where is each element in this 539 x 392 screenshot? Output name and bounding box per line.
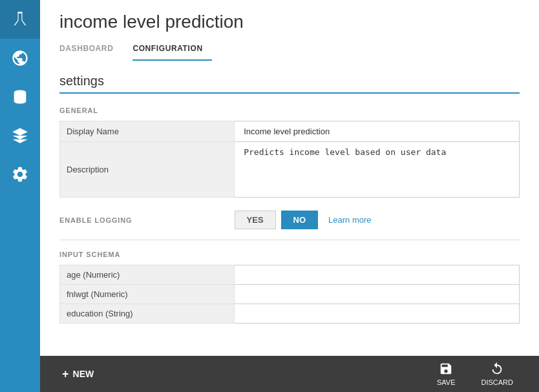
sidebar-item-flask[interactable] [0, 0, 40, 39]
main-content: income level prediction DASHBOARD CONFIG… [40, 0, 539, 392]
globe-icon [11, 49, 29, 67]
schema-field-education: education (String) [60, 304, 235, 324]
description-textarea[interactable]: Predicts income level based on user data [241, 146, 513, 191]
schema-field-fnlwgt: fnlwgt (Numeric) [60, 285, 235, 304]
table-row: fnlwgt (Numeric) [60, 285, 520, 304]
settings-content: settings GENERAL Display Name Descriptio… [40, 61, 539, 356]
display-name-value-cell [235, 121, 520, 142]
data-icon [11, 88, 29, 106]
description-value-cell: Predicts income level based on user data [235, 142, 520, 198]
table-row: age (Numeric) [60, 265, 520, 285]
discard-button[interactable]: DISCARD [468, 362, 526, 386]
schema-value-age [235, 265, 520, 285]
sidebar-item-data[interactable] [0, 77, 40, 116]
schema-input-age[interactable] [241, 269, 513, 281]
tab-dashboard[interactable]: DASHBOARD [59, 40, 122, 61]
plus-icon: + [62, 367, 69, 381]
schema-input-education[interactable] [241, 307, 513, 320]
logging-label: ENABLE LOGGING [59, 216, 235, 224]
flask-icon [11, 10, 29, 28]
sidebar [0, 0, 40, 392]
svg-rect-0 [18, 12, 23, 13]
schema-input-fnlwgt[interactable] [241, 288, 513, 300]
header: income level prediction DASHBOARD CONFIG… [40, 0, 539, 61]
gear-icon [11, 165, 29, 183]
learn-more-link[interactable]: Learn more [328, 215, 371, 225]
save-label: SAVE [437, 378, 456, 386]
schema-value-fnlwgt [235, 285, 520, 304]
sidebar-item-cube[interactable] [0, 116, 40, 155]
yes-button[interactable]: YES [235, 211, 276, 229]
section-divider [59, 92, 520, 94]
display-name-row: Display Name [60, 121, 520, 142]
new-button[interactable]: + NEW [53, 362, 103, 386]
input-schema-label: INPUT SCHEMA [59, 251, 520, 258]
cube-icon [11, 127, 29, 145]
schema-table: age (Numeric) fnlwgt (Numeric) education… [59, 265, 520, 324]
discard-icon [490, 362, 504, 376]
general-form: Display Name Description Predicts income… [59, 121, 520, 198]
schema-field-age: age (Numeric) [60, 265, 235, 285]
save-icon [439, 362, 453, 376]
general-label: GENERAL [59, 107, 520, 114]
display-name-input[interactable] [241, 125, 513, 138]
table-row: education (String) [60, 304, 520, 324]
description-label: Description [60, 142, 235, 198]
section-title: settings [59, 74, 520, 88]
page-title: income level prediction [59, 12, 520, 32]
discard-label: DISCARD [481, 378, 513, 386]
bottom-bar: + NEW SAVE DISCARD [40, 356, 539, 392]
schema-value-education [235, 304, 520, 324]
display-name-label: Display Name [60, 121, 235, 142]
toggle-group: YES NO Learn more [235, 211, 372, 229]
tab-configuration[interactable]: CONFIGURATION [132, 40, 211, 61]
description-row: Description Predicts income level based … [60, 142, 520, 198]
tabs: DASHBOARD CONFIGURATION [59, 40, 520, 61]
sidebar-item-globe[interactable] [0, 39, 40, 77]
sidebar-item-settings[interactable] [0, 155, 40, 194]
save-button[interactable]: SAVE [424, 362, 469, 386]
new-label: NEW [73, 369, 94, 379]
logging-row: ENABLE LOGGING YES NO Learn more [59, 211, 520, 240]
no-button[interactable]: NO [281, 211, 319, 229]
